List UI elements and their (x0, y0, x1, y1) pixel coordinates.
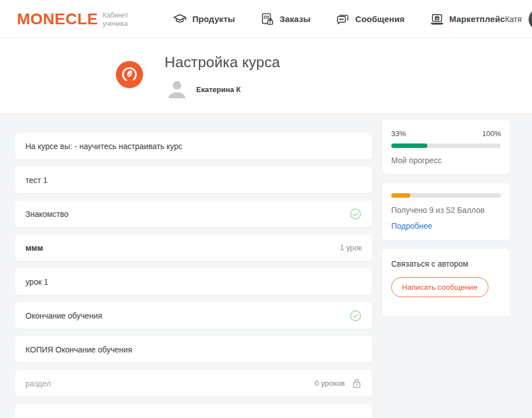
contact-title: Связаться с автором (391, 259, 501, 268)
author-name: Екатерина К (196, 85, 241, 94)
list-item-description[interactable]: На курсе вы: - научитесь настраивать кур… (15, 133, 372, 159)
write-message-button[interactable]: Написать сообщение (391, 277, 488, 297)
page: MONECLE Кабинет ученика Продукты (0, 0, 532, 418)
completed-check-icon (349, 310, 362, 322)
lesson-label: ммм (25, 243, 43, 252)
logo-subtitle: Кабинет ученика (103, 11, 129, 28)
progress-bar-fill (391, 143, 427, 148)
sidebar: 33% 100% Мой прогресс Получено 9 из 52 Б… (382, 120, 510, 316)
lesson-label: Окончание обучения (25, 311, 102, 320)
course-header-text: Настройка курса Екатерина К (165, 38, 280, 113)
lesson-label: КОПИЯ Окончание обучения (25, 345, 132, 354)
main-content: На курсе вы: - научитесь настраивать кур… (0, 113, 532, 418)
logo-subtitle-line2: ученика (103, 20, 128, 28)
logo-text: MONECLE (17, 10, 98, 28)
points-bar-fill (391, 193, 410, 198)
nav-item-label: Сообщения (355, 14, 404, 24)
lesson-count: 1 урок (340, 243, 362, 252)
nav-item-label: Продукты (192, 14, 235, 24)
progress-current: 33% (391, 129, 406, 138)
list-item-kopiya[interactable]: КОПИЯ Окончание обучения (15, 336, 372, 363)
top-nav: MONECLE Кабинет ученика Продукты (0, 0, 532, 38)
list-item-partial[interactable] (15, 404, 372, 418)
marketplace-icon (430, 12, 444, 27)
course-header: Настройка курса Екатерина К (0, 38, 532, 113)
author-avatar-icon (165, 77, 189, 102)
nav-item-marketplace[interactable]: Маркетплейс (430, 12, 505, 27)
points-card: Получено 9 из 52 Баллов Подробнее (382, 183, 510, 240)
points-details-link[interactable]: Подробнее (391, 221, 432, 230)
course-icon (116, 61, 143, 88)
lock-icon (352, 378, 362, 389)
list-item-znakomstvo[interactable]: Знакомство (15, 201, 372, 227)
page-title: Настройка курса (165, 54, 280, 71)
list-item-okonchanie[interactable]: Окончание обучения (15, 302, 372, 329)
user-name: Катя (505, 15, 522, 24)
progress-label: Мой прогресс (391, 156, 501, 165)
lesson-label: Знакомство (25, 210, 68, 219)
nav-items: Продукты Заказы (172, 12, 505, 27)
user-avatar[interactable] (529, 8, 532, 30)
contact-card: Связаться с автором Написать сообщение (382, 249, 510, 316)
nav-item-products[interactable]: Продукты (172, 12, 235, 27)
lesson-count: 0 уроков (314, 379, 345, 387)
user-block: Катя (505, 8, 532, 30)
lesson-label: На курсе вы: - научитесь настраивать кур… (25, 142, 183, 151)
logo[interactable]: MONECLE Кабинет ученика (17, 10, 128, 28)
points-label: Получено 9 из 52 Баллов (391, 206, 501, 215)
progress-max: 100% (482, 129, 501, 138)
points-bar (391, 193, 501, 198)
lesson-label: урок 1 (25, 277, 48, 286)
nav-item-orders[interactable]: Заказы (260, 12, 311, 27)
list-item-test1[interactable]: тест 1 (15, 167, 372, 193)
completed-check-icon (349, 208, 362, 220)
graduation-cap-icon (172, 12, 187, 27)
messages-icon (335, 12, 350, 27)
list-item-urok1[interactable]: урок 1 (15, 268, 372, 295)
list-item-razdel[interactable]: раздел 0 уроков (15, 370, 372, 397)
lesson-list: На курсе вы: - научитесь настраивать кур… (15, 133, 372, 418)
nav-item-label: Маркетплейс (449, 14, 505, 24)
nav-item-messages[interactable]: Сообщения (335, 12, 404, 27)
progress-card: 33% 100% Мой прогресс (382, 120, 510, 174)
logo-subtitle-line1: Кабинет (103, 11, 129, 19)
progress-bar (391, 143, 501, 148)
nav-item-label: Заказы (280, 14, 311, 24)
author-row[interactable]: Екатерина К (165, 77, 280, 102)
lesson-label: раздел (25, 379, 51, 388)
lesson-label: тест 1 (25, 176, 47, 185)
list-item-mmm[interactable]: ммм 1 урок (15, 234, 372, 261)
orders-icon (260, 12, 275, 27)
